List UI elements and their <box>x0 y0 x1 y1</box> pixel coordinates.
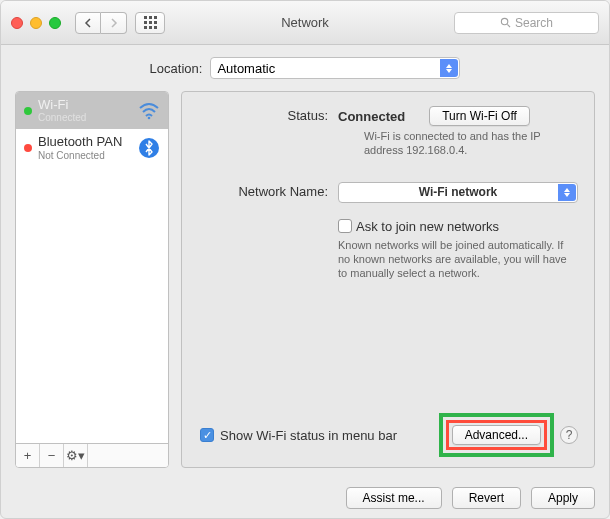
window-title: Network <box>281 15 329 30</box>
network-name-select[interactable]: Wi-Fi network <box>338 182 578 203</box>
location-value: Automatic <box>217 61 275 76</box>
add-service-button[interactable]: + <box>16 444 40 467</box>
assist-me-button[interactable]: Assist me... <box>346 487 442 509</box>
network-prefs-window: Network Search Location: Automatic Wi-Fi <box>0 0 610 519</box>
action-menu-button[interactable]: ⚙︎▾ <box>64 444 88 467</box>
ask-join-row: Ask to join new networks Known networks … <box>198 219 578 281</box>
titlebar: Network Search <box>1 1 609 45</box>
back-button[interactable] <box>75 12 101 34</box>
svg-point-0 <box>501 18 507 24</box>
status-dot-green <box>24 107 32 115</box>
service-status: Connected <box>38 112 132 123</box>
select-arrows-icon <box>440 59 458 77</box>
advanced-highlight-inner: Advanced... <box>446 420 547 450</box>
svg-point-2 <box>148 116 151 119</box>
bluetooth-icon <box>138 137 160 159</box>
nav-buttons <box>75 12 127 34</box>
content-area: Location: Automatic Wi-Fi Connected <box>1 45 609 478</box>
location-label: Location: <box>150 61 203 76</box>
service-item-bluetooth[interactable]: Bluetooth PAN Not Connected <box>16 129 168 166</box>
help-button[interactable]: ? <box>560 426 578 444</box>
gear-icon: ⚙︎▾ <box>66 448 85 463</box>
advanced-button[interactable]: Advanced... <box>452 425 541 445</box>
remove-service-button[interactable]: − <box>40 444 64 467</box>
search-icon <box>500 17 511 28</box>
menu-bar-row: Show Wi-Fi status in menu bar Advanced..… <box>198 413 578 457</box>
service-text: Wi-Fi Connected <box>38 98 132 123</box>
status-value: Connected <box>338 109 405 124</box>
status-value-block: Connected Turn Wi-Fi Off Wi-Fi is connec… <box>338 106 578 158</box>
revert-button[interactable]: Revert <box>452 487 521 509</box>
status-row: Status: Connected Turn Wi-Fi Off Wi-Fi i… <box>198 106 578 158</box>
svg-line-1 <box>507 24 510 27</box>
advanced-highlight-outer: Advanced... <box>439 413 554 457</box>
apply-button[interactable]: Apply <box>531 487 595 509</box>
status-description: Wi-Fi is connected to and has the IP add… <box>338 129 578 158</box>
main-row: Wi-Fi Connected Bluetooth PAN Not Connec… <box>15 91 595 468</box>
bottom-bar: Assist me... Revert Apply <box>1 478 609 518</box>
chevron-right-icon <box>110 18 118 28</box>
ask-join-checkbox[interactable] <box>338 219 352 233</box>
close-button[interactable] <box>11 17 23 29</box>
service-list: Wi-Fi Connected Bluetooth PAN Not Connec… <box>16 92 168 443</box>
minimize-button[interactable] <box>30 17 42 29</box>
network-name-value-block: Wi-Fi network <box>338 182 578 203</box>
traffic-lights <box>11 17 61 29</box>
grid-icon <box>144 16 157 29</box>
service-item-wifi[interactable]: Wi-Fi Connected <box>16 92 168 129</box>
ask-join-label: Ask to join new networks <box>356 219 499 234</box>
search-input[interactable]: Search <box>454 12 599 34</box>
ask-join-block: Ask to join new networks Known networks … <box>338 219 578 281</box>
detail-pane: Status: Connected Turn Wi-Fi Off Wi-Fi i… <box>181 91 595 468</box>
location-select[interactable]: Automatic <box>210 57 460 79</box>
chevron-left-icon <box>84 18 92 28</box>
forward-button[interactable] <box>101 12 127 34</box>
ask-join-desc: Known networks will be joined automatica… <box>338 238 568 281</box>
location-row: Location: Automatic <box>15 57 595 79</box>
service-status: Not Connected <box>38 150 132 161</box>
show-status-label: Show Wi-Fi status in menu bar <box>220 428 397 443</box>
wifi-toggle-button[interactable]: Turn Wi-Fi Off <box>429 106 530 126</box>
network-name-row: Network Name: Wi-Fi network <box>198 182 578 203</box>
service-text: Bluetooth PAN Not Connected <box>38 135 132 160</box>
service-name: Wi-Fi <box>38 98 132 112</box>
show-all-button[interactable] <box>135 12 165 34</box>
wifi-icon <box>138 100 160 122</box>
show-status-checkbox[interactable] <box>200 428 214 442</box>
network-name-label: Network Name: <box>198 182 328 203</box>
search-placeholder: Search <box>515 16 553 30</box>
zoom-button[interactable] <box>49 17 61 29</box>
service-name: Bluetooth PAN <box>38 135 132 149</box>
sidebar-footer: + − ⚙︎▾ <box>16 443 168 467</box>
status-dot-red <box>24 144 32 152</box>
status-label: Status: <box>198 106 328 158</box>
network-name-value: Wi-Fi network <box>419 185 498 199</box>
select-arrows-icon <box>558 184 576 201</box>
service-sidebar: Wi-Fi Connected Bluetooth PAN Not Connec… <box>15 91 169 468</box>
